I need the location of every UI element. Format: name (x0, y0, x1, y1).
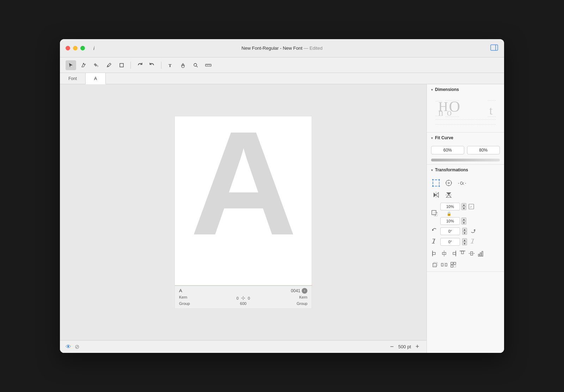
select-all-icon[interactable] (431, 178, 441, 188)
scale-y-input[interactable]: 10% (440, 217, 460, 225)
hand-tool[interactable] (178, 60, 188, 70)
scale-x-row: 10% ▲ ▼ ↗ (440, 203, 500, 210)
center-icon[interactable] (444, 178, 454, 188)
shear-stepper: ▲ ▼ (462, 238, 467, 245)
svg-rect-20 (433, 180, 439, 186)
tabbar: Font A (60, 73, 504, 84)
align-distribute-h[interactable] (440, 261, 448, 269)
pencil-tool[interactable] (104, 60, 114, 70)
transformations-section: ▾ Transformations (427, 165, 504, 272)
shear-input[interactable]: 0° (440, 238, 460, 246)
pen-tool[interactable] (78, 60, 89, 70)
glyph-next-icon[interactable]: › (302, 288, 307, 294)
svg-point-24 (439, 185, 440, 187)
fill-tool[interactable] (91, 60, 102, 70)
align-bar-chart[interactable] (477, 250, 485, 257)
fit-curve-input-1[interactable]: 60% (431, 146, 464, 154)
panel-toggle[interactable] (490, 44, 498, 53)
title-text: New Font-Regular - New Font (241, 45, 302, 51)
metrics-icon[interactable]: ·Cx· (456, 178, 466, 188)
titlebar: i New Font-Regular - New Font — Edited (60, 39, 504, 57)
shear-row: 0° ▲ ▼ (431, 238, 500, 246)
align-top-edge[interactable] (459, 250, 466, 257)
zoom-tool[interactable] (190, 60, 201, 70)
zoom-out-button[interactable]: − (388, 343, 396, 350)
rotate-row: 0° ▲ ▼ (431, 227, 500, 235)
glyph-frame: A A 0041 › Kern (174, 116, 312, 309)
svg-rect-52 (433, 252, 435, 255)
fit-curve-title: Fit Curve (435, 135, 453, 140)
flip-v-icon[interactable] (444, 190, 454, 200)
group-left-label: Group (179, 301, 200, 306)
fit-curve-input-2[interactable]: 80% (467, 146, 500, 154)
glyph-header: A 0041 › (179, 288, 307, 294)
transformations-header[interactable]: ▾ Transformations (427, 165, 504, 175)
svg-rect-72 (454, 265, 456, 267)
rotate-up[interactable]: ▲ (462, 228, 467, 231)
group-row: Group 600 Group (179, 301, 307, 306)
dimensions-header[interactable]: ▾ Dimensions (427, 84, 504, 95)
scale-apply-icon[interactable]: ↗ (468, 203, 475, 210)
canvas-inner[interactable]: A A 0041 › Kern (60, 84, 427, 340)
rotate-ccw-icon[interactable] (431, 227, 438, 235)
lock-icon[interactable]: 🔒 (447, 212, 452, 216)
flip-h-icon[interactable] (431, 190, 441, 200)
baseline-guide (175, 285, 312, 286)
info-icon[interactable]: i (93, 45, 94, 51)
align-left-edge[interactable] (431, 250, 439, 257)
svg-point-27 (433, 183, 434, 184)
svg-point-25 (436, 179, 437, 180)
glyph-canvas[interactable]: A (175, 116, 312, 286)
close-button[interactable] (66, 46, 70, 50)
svg-text:x·: x· (461, 180, 466, 186)
tab-glyph-a[interactable]: A (86, 73, 106, 84)
kern-right-label: Kern (286, 295, 307, 301)
kern-row: Kern 0 ⊹ 0 Kern (179, 295, 307, 301)
zoom-in-button[interactable]: + (414, 343, 421, 350)
scale-x-down[interactable]: ▼ (461, 207, 466, 210)
text-tool[interactable]: T (165, 60, 176, 70)
fit-curve-chevron: ▾ (431, 136, 433, 140)
align-center-h[interactable] (440, 250, 448, 257)
redo-button[interactable] (147, 60, 158, 70)
kern-move-icon[interactable]: ⊹ (241, 295, 245, 301)
visibility-icon[interactable]: 👁 (66, 344, 71, 350)
svg-line-6 (197, 66, 198, 67)
shear-value: 0° (448, 240, 452, 244)
minimize-button[interactable] (73, 46, 78, 50)
scale-y-up[interactable]: ▲ (461, 218, 466, 221)
kern-right-value: 0 (248, 296, 250, 300)
rotate-cw-icon[interactable] (469, 227, 476, 235)
undo-button[interactable] (134, 60, 145, 70)
scale-icon (431, 210, 438, 218)
scale-x-up[interactable]: ▲ (461, 203, 466, 207)
tab-spacer (106, 73, 504, 84)
separator-2 (161, 62, 161, 69)
rotate-down[interactable]: ▼ (462, 231, 467, 235)
align-group[interactable] (449, 261, 457, 269)
svg-rect-64 (433, 263, 436, 267)
scale-x-value: 10% (446, 204, 454, 209)
shear-down[interactable]: ▼ (462, 242, 467, 245)
svg-rect-65 (434, 262, 437, 266)
scale-y-row: 10% ▲ ▼ (440, 217, 500, 225)
scale-x-input[interactable]: 10% (440, 203, 460, 210)
align-copy-front[interactable] (431, 261, 439, 269)
align-center-v[interactable] (468, 250, 476, 257)
rect-tool[interactable] (116, 60, 127, 70)
arrow-tool[interactable] (66, 60, 76, 70)
tab-font[interactable]: Font (60, 73, 86, 84)
canvas-area[interactable]: A A 0041 › Kern (60, 84, 427, 353)
svg-point-29 (446, 180, 452, 186)
align-right-edge[interactable] (449, 250, 457, 257)
ruler-tool[interactable] (203, 60, 214, 70)
scale-y-stepper: ▲ ▼ (461, 218, 466, 225)
scale-y-down[interactable]: ▼ (461, 221, 466, 225)
kern-value-row: 0 ⊹ 0 (200, 295, 286, 301)
fit-curve-header[interactable]: ▾ Fit Curve (427, 133, 504, 143)
rotate-input[interactable]: 0° (440, 227, 460, 235)
svg-marker-46 (473, 229, 475, 231)
shear-up[interactable]: ▲ (462, 238, 467, 242)
maximize-button[interactable] (80, 46, 85, 50)
mask-icon[interactable]: ⊘ (75, 343, 79, 350)
